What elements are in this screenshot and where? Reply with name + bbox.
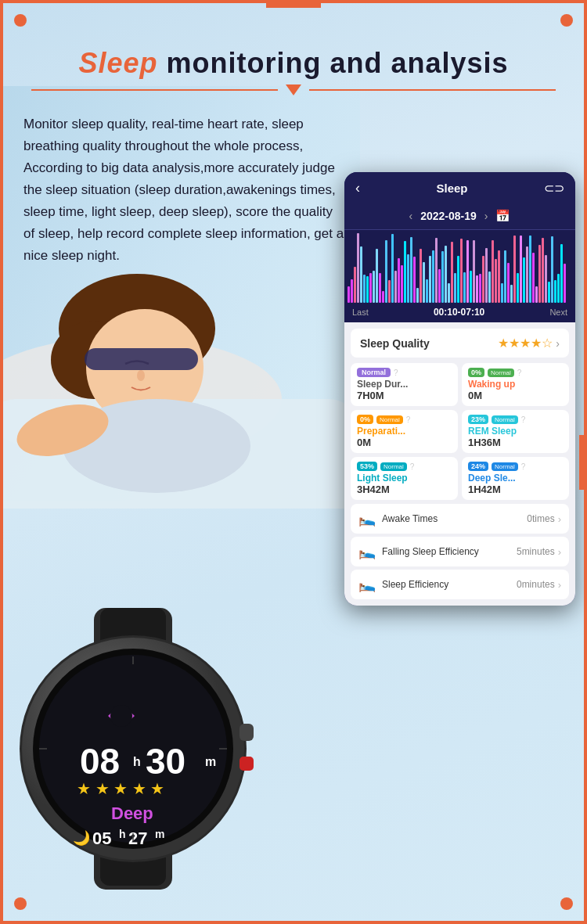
awake-value: 0times (527, 513, 554, 524)
chart-time: 00:10-07:10 (434, 307, 484, 318)
stat-value-6: 1H42M (468, 484, 563, 495)
falling-arrow: › (558, 546, 561, 558)
stat-name-3: Preparati... (357, 426, 452, 437)
svg-point-20 (110, 705, 132, 727)
stat-name-6: Deep Sle... (468, 473, 563, 484)
badge-pct-6: 24% (468, 462, 488, 471)
sleep-quality-arrow: › (556, 337, 560, 350)
stat-card-5: 53% Normal ? Light Sleep 3H42M (351, 457, 458, 500)
info-row-1-left: 🛌 Awake Times (358, 510, 438, 527)
svg-text:★ ★ ★ ★ ★: ★ ★ ★ ★ ★ (77, 780, 164, 797)
info-row-3[interactable]: 🛌 Sleep Efficiency 0minutes › (351, 570, 569, 599)
info-row-3-left: 🛌 Sleep Efficiency (358, 576, 448, 593)
badge-norm-4: Normal (492, 415, 518, 424)
stat-value-5: 3H42M (357, 484, 452, 495)
chart-footer: Last 00:10-07:10 Next (344, 304, 575, 322)
info-row-1[interactable]: 🛌 Awake Times 0times › (351, 504, 569, 534)
corner-dot-tr (560, 14, 573, 27)
watch-container: 08 h 30 m ★ ★ ★ ★ ★ Deep 🌙 05 h 27 m (0, 600, 274, 901)
badge-norm-3: Normal (376, 415, 403, 424)
info-row-2[interactable]: 🛌 Falling Sleep Efficiency 5minutes › (351, 537, 569, 566)
app-date-next[interactable]: › (484, 210, 488, 222)
info-row-3-right: 0minutes › (517, 579, 561, 591)
stat-name-4: REM Sleep (468, 426, 563, 437)
app-date-bar: ‹ 2022-08-19 › 📅 (344, 204, 575, 230)
falling-label: Falling Sleep Efficiency (382, 546, 479, 557)
efficiency-icon: 🛌 (358, 576, 376, 593)
svg-rect-8 (85, 348, 198, 370)
svg-text:m: m (155, 828, 164, 840)
phone-app: ‹ Sleep ⊂⊃ ‹ 2022-08-19 › 📅 Last 00:10-0… (344, 172, 575, 606)
stat-card-1: Normal ? Sleep Dur... 7H0M (351, 363, 458, 406)
svg-point-5 (137, 370, 145, 381)
main-title: Sleep monitoring and analysis (31, 47, 556, 80)
title-underline (31, 84, 556, 95)
corner-dot-br (560, 897, 573, 910)
stat-value-1: 7H0M (357, 390, 452, 401)
app-date-prev[interactable]: ‹ (409, 210, 413, 222)
app-cal-icon[interactable]: 📅 (495, 209, 510, 223)
title-rest: monitoring and analysis (157, 47, 508, 79)
svg-text:27: 27 (128, 829, 147, 848)
badge-pct-5: 53% (357, 462, 377, 471)
info-row-2-left: 🛌 Falling Sleep Efficiency (358, 543, 479, 560)
stat-value-3: 0M (357, 437, 452, 448)
badge-pct-3: 0% (357, 415, 373, 424)
watch-svg: 08 h 30 m ★ ★ ★ ★ ★ Deep 🌙 05 h 27 m (0, 600, 274, 897)
info-row-2-right: 5minutes › (517, 546, 561, 558)
info-row-1-right: 0times › (527, 513, 561, 525)
svg-text:m: m (205, 755, 216, 768)
awake-icon: 🛌 (358, 510, 376, 527)
stat-card-4: 23% Normal ? REM Sleep 1H36M (462, 410, 569, 453)
right-tab (579, 435, 587, 490)
svg-text:30: 30 (146, 741, 185, 782)
svg-text:h: h (119, 828, 126, 840)
sleep-quality-label: Sleep Quality (360, 337, 430, 350)
page-container: Sleep monitoring and analysis (0, 0, 587, 924)
efficiency-label: Sleep Efficiency (382, 579, 448, 590)
top-tab (266, 0, 321, 8)
badge-norm-5: Normal (380, 462, 407, 471)
stat-card-6: 24% Normal ? Deep Sle... 1H42M (462, 457, 569, 500)
question-1: ? (394, 369, 398, 377)
awake-arrow: › (558, 513, 561, 525)
title-highlight: Sleep (78, 47, 157, 79)
svg-rect-18 (239, 724, 254, 741)
chart-footer-next: Next (549, 307, 567, 317)
svg-text:🌙: 🌙 (73, 829, 91, 847)
app-content: Sleep Quality ★★★★☆ › Normal ? Sleep D (344, 322, 575, 606)
stat-card-3: 0% Normal ? Preparati... 0M (351, 410, 458, 453)
badge-1: Normal (357, 368, 391, 377)
svg-rect-19 (239, 757, 254, 771)
app-title: Sleep (436, 182, 467, 195)
description-container: Monitor sleep quality, real-time heart r… (23, 113, 344, 267)
svg-text:05: 05 (92, 829, 111, 848)
stat-card-2: 0% Normal ? Waking up 0M (462, 363, 569, 406)
stats-grid: Normal ? Sleep Dur... 7H0M 0% Normal ? (351, 363, 569, 500)
title-line-left (31, 89, 278, 91)
corner-dot-tl (14, 14, 27, 27)
title-line-right (309, 89, 556, 91)
sleep-chart (344, 230, 575, 304)
description-text: Monitor sleep quality, real-time heart r… (23, 113, 344, 267)
badge-norm-2: Normal (488, 369, 514, 377)
badge-pct-4: 23% (468, 415, 488, 424)
app-share-icon[interactable]: ⊂⊃ (544, 181, 564, 196)
efficiency-value: 0minutes (517, 579, 555, 590)
badge-norm-6: Normal (492, 462, 518, 471)
badge-pct-2: 0% (468, 368, 484, 377)
falling-icon: 🛌 (358, 543, 376, 560)
stat-name-2: Waking up (468, 379, 563, 390)
app-date: 2022-08-19 (420, 210, 477, 222)
stat-value-4: 1H36M (468, 437, 563, 448)
app-back-icon[interactable]: ‹ (355, 180, 360, 196)
svg-text:h: h (133, 755, 141, 768)
corner-dot-bl (14, 897, 27, 910)
title-arrow (286, 84, 301, 95)
efficiency-arrow: › (558, 579, 561, 591)
sleep-quality-row[interactable]: Sleep Quality ★★★★☆ › (351, 329, 569, 358)
app-header: ‹ Sleep ⊂⊃ (344, 172, 575, 204)
falling-value: 5minutes (517, 546, 555, 557)
stat-value-2: 0M (468, 390, 563, 401)
svg-text:Deep: Deep (111, 804, 153, 823)
